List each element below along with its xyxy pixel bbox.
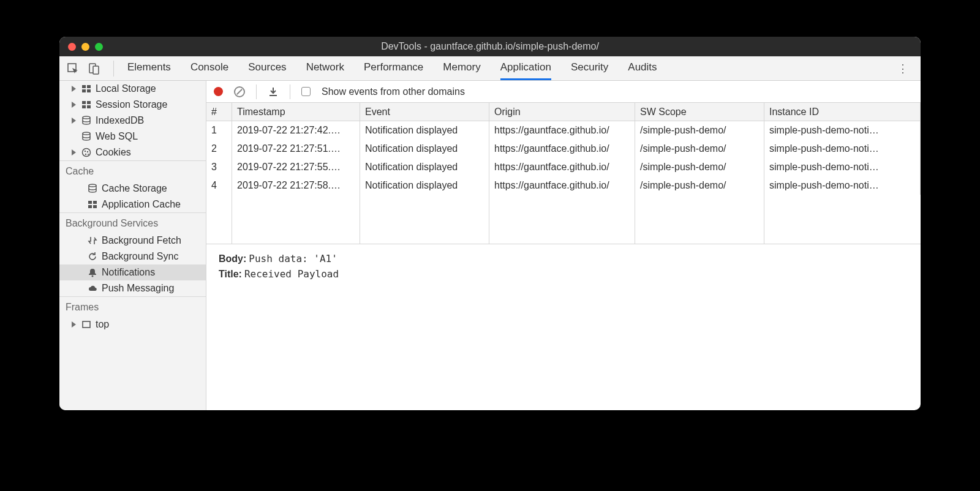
sidebar-item-label: Background Fetch xyxy=(102,235,181,246)
sidebar-item-top[interactable]: top xyxy=(59,317,206,332)
table-cell[interactable]: https://gauntface.github.io/ xyxy=(489,140,635,158)
more-menu-icon[interactable]: ⋮ xyxy=(891,62,914,75)
svg-point-18 xyxy=(89,184,96,187)
sidebar-item-push-messaging[interactable]: Push Messaging xyxy=(59,280,206,296)
sidebar-item-indexeddb[interactable]: IndexedDB xyxy=(59,113,206,129)
table-cell[interactable]: https://gauntface.github.io/ xyxy=(489,121,635,140)
table-cell[interactable]: /simple-push-demo/ xyxy=(635,140,764,158)
detail-title-value: Received Payload xyxy=(244,268,339,280)
sidebar-item-label: Session Storage xyxy=(96,99,167,110)
table-cell[interactable]: /simple-push-demo/ xyxy=(635,176,764,195)
tab-security[interactable]: Security xyxy=(571,56,608,80)
expand-icon xyxy=(72,86,76,92)
table-cell[interactable]: Notification displayed xyxy=(360,140,489,158)
col-header[interactable]: Timestamp xyxy=(232,103,360,121)
table-cell[interactable]: 4 xyxy=(206,176,232,195)
col-header[interactable]: SW Scope xyxy=(635,103,764,121)
table-cell[interactable]: Notification displayed xyxy=(360,158,489,176)
main-toolbar: ElementsConsoleSourcesNetworkPerformance… xyxy=(59,56,921,81)
table-cell[interactable]: https://gauntface.github.io/ xyxy=(489,176,635,195)
svg-point-14 xyxy=(85,151,86,152)
expand-icon xyxy=(72,149,76,156)
sidebar-item-label: Web SQL xyxy=(96,131,138,142)
download-icon[interactable] xyxy=(268,86,279,97)
tab-network[interactable]: Network xyxy=(306,56,344,80)
frame-icon xyxy=(81,319,92,330)
grid-icon xyxy=(81,99,92,110)
grid-icon xyxy=(87,199,98,210)
table-cell[interactable]: 2019-07-22 21:27:55.… xyxy=(232,158,360,176)
panel-toolbar: Show events from other domains xyxy=(206,81,921,103)
sidebar-item-local-storage[interactable]: Local Storage xyxy=(59,81,206,97)
col-header[interactable]: Origin xyxy=(489,103,635,121)
sidebar-item-background-sync[interactable]: Background Sync xyxy=(59,249,206,264)
db-icon xyxy=(81,115,92,126)
sidebar-item-background-fetch[interactable]: Background Fetch xyxy=(59,233,206,249)
tab-audits[interactable]: Audits xyxy=(628,56,657,80)
sidebar-item-application-cache[interactable]: Application Cache xyxy=(59,197,206,212)
table-cell[interactable]: Notification displayed xyxy=(360,121,489,140)
svg-rect-9 xyxy=(82,105,86,108)
table-cell[interactable]: simple-push-demo-noti… xyxy=(764,140,921,158)
sidebar-item-label: top xyxy=(96,319,109,330)
sidebar-item-label: Local Storage xyxy=(96,83,156,94)
tab-console[interactable]: Console xyxy=(190,56,228,80)
traffic-lights xyxy=(68,43,103,51)
show-other-domains-label: Show events from other domains xyxy=(322,86,465,97)
tab-performance[interactable]: Performance xyxy=(364,56,423,80)
table-cell[interactable]: 2019-07-22 21:27:58.… xyxy=(232,176,360,195)
table-cell[interactable]: /simple-push-demo/ xyxy=(635,121,764,140)
svg-rect-10 xyxy=(87,105,91,108)
svg-rect-21 xyxy=(88,205,92,208)
svg-rect-24 xyxy=(83,321,90,328)
sidebar-category-cache: Cache xyxy=(59,160,206,181)
tab-elements[interactable]: Elements xyxy=(127,56,171,80)
svg-point-13 xyxy=(83,149,91,157)
svg-point-17 xyxy=(88,154,89,155)
grid-icon xyxy=(81,83,92,94)
col-header[interactable]: Instance ID xyxy=(764,103,921,121)
svg-rect-7 xyxy=(82,101,86,104)
sidebar-item-notifications[interactable]: Notifications xyxy=(59,264,206,280)
sidebar-item-web-sql[interactable]: Web SQL xyxy=(59,129,206,144)
svg-point-11 xyxy=(83,116,90,119)
sidebar-item-session-storage[interactable]: Session Storage xyxy=(59,97,206,113)
minimize-window-icon[interactable] xyxy=(81,43,89,51)
record-button-icon[interactable] xyxy=(214,87,223,96)
table-cell[interactable]: 2019-07-22 21:27:51.… xyxy=(232,140,360,158)
sidebar-category-frames: Frames xyxy=(59,296,206,317)
table-cell[interactable]: simple-push-demo-noti… xyxy=(764,176,921,195)
tab-memory[interactable]: Memory xyxy=(443,56,480,80)
col-header[interactable]: Event xyxy=(360,103,489,121)
db-icon xyxy=(87,183,98,194)
table-empty xyxy=(489,195,635,244)
clear-icon[interactable] xyxy=(234,86,245,97)
svg-rect-5 xyxy=(82,89,86,92)
table-cell[interactable]: 1 xyxy=(206,121,232,140)
sidebar-item-cache-storage[interactable]: Cache Storage xyxy=(59,181,206,197)
divider xyxy=(113,61,114,77)
sidebar-item-cookies[interactable]: Cookies xyxy=(59,144,206,160)
devtools-window: DevTools - gauntface.github.io/simple-pu… xyxy=(59,37,921,410)
table-cell[interactable]: simple-push-demo-noti… xyxy=(764,158,921,176)
inspect-element-icon[interactable] xyxy=(66,61,80,76)
main-panel: Show events from other domains #Timestam… xyxy=(206,81,921,410)
table-cell[interactable]: 2 xyxy=(206,140,232,158)
divider xyxy=(290,84,290,99)
table-cell[interactable]: 2019-07-22 21:27:42.… xyxy=(232,121,360,140)
show-other-domains-checkbox[interactable] xyxy=(301,87,311,96)
tab-sources[interactable]: Sources xyxy=(248,56,286,80)
table-cell[interactable]: simple-push-demo-noti… xyxy=(764,121,921,140)
zoom-window-icon[interactable] xyxy=(95,43,103,51)
col-header[interactable]: # xyxy=(206,103,232,121)
table-cell[interactable]: 3 xyxy=(206,158,232,176)
fetch-icon xyxy=(87,235,98,246)
close-window-icon[interactable] xyxy=(68,43,76,51)
table-cell[interactable]: https://gauntface.github.io/ xyxy=(489,158,635,176)
table-cell[interactable]: Notification displayed xyxy=(360,176,489,195)
sidebar-category-bg: Background Services xyxy=(59,212,206,233)
tab-application[interactable]: Application xyxy=(500,56,551,80)
table-cell[interactable]: /simple-push-demo/ xyxy=(635,158,764,176)
device-toggle-icon[interactable] xyxy=(86,61,101,76)
svg-rect-4 xyxy=(87,85,91,88)
